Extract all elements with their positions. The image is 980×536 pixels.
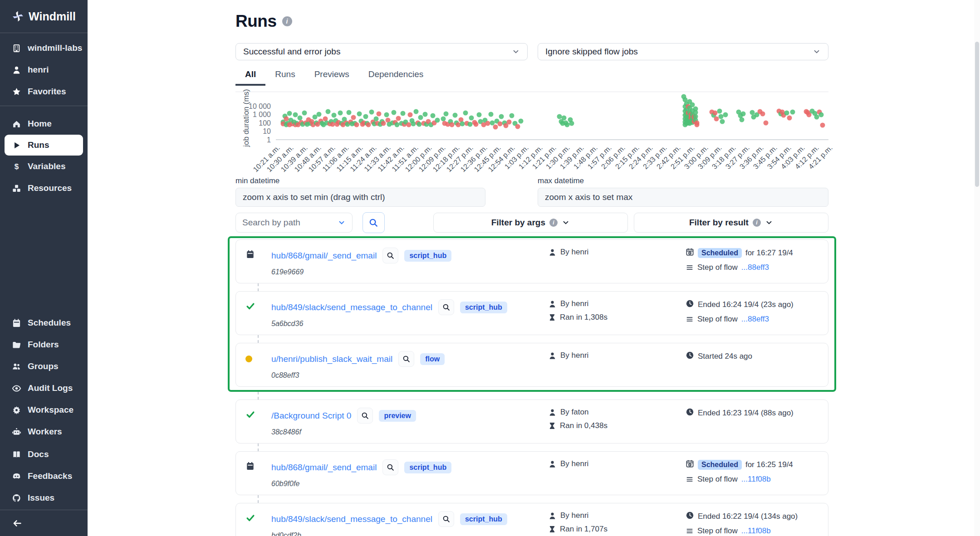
run-row[interactable]: hub/868/gmail/_send_email script_hub 60b… (235, 451, 828, 495)
run-path-link[interactable]: hub/849/slack/send_message_to_channel (271, 302, 432, 312)
sidebar-item-issues[interactable]: Issues (0, 487, 88, 509)
chart-plot-area[interactable] (276, 95, 828, 140)
scatter-point (351, 115, 356, 120)
run-path-link[interactable]: hub/868/gmail/_send_email (271, 251, 377, 261)
sidebar-item-audit-logs[interactable]: Audit Logs (0, 377, 88, 399)
scatter-point (569, 121, 574, 126)
sidebar-item-variables[interactable]: $Variables (0, 156, 88, 177)
search-by-path-select[interactable]: Search by path (235, 213, 353, 233)
flow-link[interactable]: ...88eff3 (741, 315, 769, 324)
job-kind-badge: script_hub (460, 513, 507, 525)
flow-link[interactable]: ...11f08b (741, 526, 771, 536)
sidebar-item-home[interactable]: Home (0, 113, 88, 135)
scatter-point (418, 115, 423, 120)
sidebar-item-workspace[interactable]: windmill-labs (0, 37, 88, 59)
info-icon[interactable]: i (282, 16, 292, 26)
scatter-point (740, 117, 745, 122)
steps-icon (686, 263, 694, 272)
scrollbar-thumb[interactable] (975, 42, 979, 187)
user-icon (12, 65, 21, 75)
sidebar-item-schedules[interactable]: Schedules (0, 312, 88, 334)
search-icon (402, 355, 411, 363)
search-by-path-placeholder: Search by path (242, 218, 300, 228)
run-path-link[interactable]: /Background Script 0 (271, 411, 351, 421)
scatter-point (515, 124, 520, 129)
sidebar-item-label: Workspace (28, 405, 74, 415)
run-status-text: Ended 16:23 19/4 (88s ago) (698, 409, 794, 418)
run-row[interactable]: /Background Script 0 preview 38c8486f By… (235, 400, 828, 443)
job-kind-badge: script_hub (460, 302, 507, 313)
filter-by-args-button[interactable]: Filter by args i (433, 213, 628, 233)
sidebar-item-docs[interactable]: Docs (0, 443, 88, 465)
scatter-point (332, 112, 337, 117)
tab-runs[interactable]: Runs (265, 67, 304, 86)
run-path-link[interactable]: u/henri/publish_slack_wait_mail (271, 354, 392, 364)
info-icon: i (753, 219, 761, 227)
min-datetime-input[interactable] (235, 188, 485, 207)
filter-by-result-label: Filter by result (689, 218, 749, 228)
run-search-button[interactable] (357, 408, 373, 424)
job-duration-chart[interactable]: job duration (ms) 10 0001 000100101 10:2… (235, 92, 828, 174)
sidebar-item-workspace[interactable]: Workspace (0, 399, 88, 421)
sidebar-item-groups[interactable]: Groups (0, 356, 88, 377)
sidebar-item-feedbacks[interactable]: Feedbacks (0, 465, 88, 487)
scheduled-calendar-icon (245, 461, 255, 471)
collapse-sidebar-arrow-icon[interactable] (12, 518, 23, 529)
scheduled-calendar-icon (245, 249, 255, 259)
sidebar-item-label: Runs (28, 140, 49, 150)
flow-link[interactable]: ...88eff3 (741, 263, 769, 272)
sidebar-item-label: Docs (28, 449, 49, 459)
run-search-button[interactable] (398, 351, 414, 367)
run-search-button[interactable] (438, 299, 454, 315)
filter-by-result-button[interactable]: Filter by result i (634, 213, 828, 233)
sidebar-item-runs[interactable]: Runs (5, 135, 83, 156)
scheduled-badge: Scheduled (698, 248, 742, 258)
folder-icon (12, 340, 21, 350)
scatter-point (384, 112, 389, 117)
flow-link[interactable]: ...11f08b (741, 475, 771, 484)
chevron-down-icon (512, 48, 520, 56)
skipped-flow-select[interactable]: Ignore skipped flow jobs (538, 43, 828, 60)
tab-previews[interactable]: Previews (305, 67, 359, 86)
run-row[interactable]: hub/868/gmail/_send_email script_hub 619… (235, 239, 828, 283)
y-tick-label: 1 (267, 136, 271, 144)
scrollbar-track[interactable] (974, 0, 980, 536)
scatter-point (717, 109, 722, 114)
run-row[interactable]: u/henri/publish_slack_wait_mail flow 0c8… (235, 343, 828, 387)
job-kind-badge: script_hub (404, 250, 451, 262)
scatter-point (518, 119, 523, 124)
sidebar-item-workers[interactable]: Workers (0, 421, 88, 443)
run-path-link[interactable]: hub/849/slack/send_message_to_channel (271, 514, 432, 524)
hourglass-icon (548, 422, 556, 430)
sidebar-item-label: Schedules (28, 318, 71, 328)
page-title: Runs (235, 12, 277, 31)
scheduled-badge: Scheduled (698, 460, 742, 470)
run-status-text: Ended 16:22 19/4 (134s ago) (698, 512, 798, 521)
row-connector (258, 392, 259, 400)
scatter-point (723, 112, 728, 117)
job-kind-select[interactable]: Successful and error jobs (235, 43, 528, 60)
app-logo[interactable]: Windmill (0, 0, 88, 33)
run-search-button[interactable] (382, 248, 398, 263)
search-icon (442, 303, 451, 312)
run-search-button[interactable] (382, 459, 398, 475)
job-kind-tabs: AllRunsPreviewsDependencies (235, 67, 828, 86)
search-button[interactable] (363, 212, 385, 233)
job-kind-badge: preview (379, 410, 416, 422)
max-datetime-input[interactable] (538, 188, 828, 207)
run-row[interactable]: hub/849/slack/send_message_to_channel sc… (235, 291, 828, 335)
run-search-button[interactable] (438, 511, 454, 527)
scatter-point (317, 112, 322, 117)
run-path-link[interactable]: hub/868/gmail/_send_email (271, 463, 377, 473)
sidebar-item-user[interactable]: henri (0, 59, 88, 81)
sidebar-item-resources[interactable]: Resources (0, 177, 88, 199)
book-icon (12, 450, 21, 459)
calendar-clock-icon (686, 248, 694, 258)
run-row[interactable]: hub/849/slack/send_message_to_channel sc… (235, 503, 828, 536)
sidebar-item-favorites[interactable]: Favorites (0, 81, 88, 102)
home-icon (12, 119, 21, 129)
run-duration: Ran in 0,438s (560, 421, 608, 430)
sidebar-item-folders[interactable]: Folders (0, 334, 88, 356)
tab-dependencies[interactable]: Dependencies (359, 67, 433, 86)
dollar-icon: $ (12, 162, 21, 171)
